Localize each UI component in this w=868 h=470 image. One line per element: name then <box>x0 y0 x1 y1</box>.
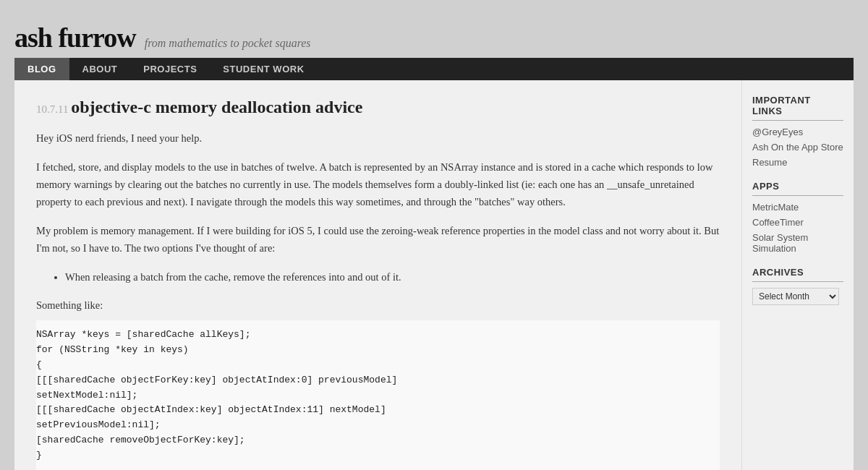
sidebar-link-appstore[interactable]: Ash On the App Store <box>752 142 843 153</box>
paragraph-3: My problem is memory management. If I we… <box>36 223 720 257</box>
bullet-list: When releasing a batch from the cache, r… <box>65 269 720 286</box>
archives-title: ARCHIVES <box>752 267 843 278</box>
main-nav: BLOG ABOUT PROJECTS STUDENT WORK <box>14 58 854 80</box>
site-title: ash furrow <box>14 22 136 54</box>
nav-blog[interactable]: BLOG <box>14 58 69 80</box>
site-subtitle: from mathematics to pocket squares <box>145 37 311 50</box>
sidebar-link-solarsystem[interactable]: Solar System Simulation <box>752 232 843 254</box>
nav-student-work[interactable]: STUDENT WORK <box>210 58 317 80</box>
main-content: 10.7.11 objective-c memory deallocation … <box>14 80 741 470</box>
post-title-text: objective-c memory deallocation advice <box>71 98 362 116</box>
paragraph-1: Hey iOS nerd friends, I need your help. <box>36 130 720 148</box>
apps-title: APPS <box>752 181 843 192</box>
apps-divider <box>752 195 843 196</box>
apps-section: APPS MetricMate CoffeeTimer Solar System… <box>752 181 843 254</box>
archives-section: ARCHIVES Select Month <box>752 267 843 305</box>
paragraph-2: I fetched, store, and display models to … <box>36 159 720 211</box>
nav-about[interactable]: ABOUT <box>69 58 131 80</box>
post-date: 10.7.11 <box>36 103 68 115</box>
post-body: Hey iOS nerd friends, I need your help. … <box>36 130 720 470</box>
sidebar: IMPORTANT LINKS @GreyEyes Ash On the App… <box>741 80 854 470</box>
sidebar-link-metricmate[interactable]: MetricMate <box>752 202 843 213</box>
archives-select[interactable]: Select Month <box>752 288 839 305</box>
sidebar-link-greyeyes[interactable]: @GreyEyes <box>752 127 843 137</box>
something-like-label: Something like: <box>36 297 720 315</box>
archives-divider <box>752 281 843 282</box>
important-links-section: IMPORTANT LINKS @GreyEyes Ash On the App… <box>752 95 843 168</box>
sidebar-link-coffeetimer[interactable]: CoffeeTimer <box>752 217 843 228</box>
important-links-divider <box>752 120 843 121</box>
important-links-title: IMPORTANT LINKS <box>752 95 843 116</box>
code-block: NSArray *keys = [sharedCache allKeys]; f… <box>36 320 720 470</box>
sidebar-link-resume[interactable]: Resume <box>752 157 843 168</box>
post-heading: 10.7.11 objective-c memory deallocation … <box>36 98 720 117</box>
nav-projects[interactable]: PROJECTS <box>130 58 210 80</box>
bullet-item: When releasing a batch from the cache, r… <box>65 269 720 286</box>
